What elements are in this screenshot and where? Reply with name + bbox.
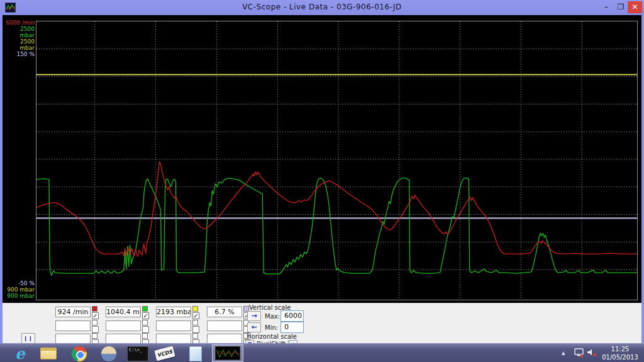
- axis-labels-bottom: -50 % 900 mbar 900 mbar: [4, 280, 35, 299]
- horizontal-scale-title: Horizontal scale: [247, 333, 297, 340]
- axis-label-boost-min: 900 mbar: [4, 293, 35, 299]
- channel-checkbox-row2-col3[interactable]: [192, 326, 199, 333]
- control-panel: ❙❙ 924 /min✓1040.4 mba✓2193 mbar✓6.7 %✓ …: [3, 303, 641, 343]
- taskbar-vcds-icon[interactable]: VCDS: [155, 346, 174, 361]
- scope-traces-svg: [36, 21, 637, 300]
- value-box-row2-col3[interactable]: [156, 320, 191, 331]
- channel-color-swatch-row1-col3: [192, 306, 198, 312]
- pause-button[interactable]: ❙❙: [21, 333, 35, 344]
- vc-scope-window: VC-Scope - Live Data - 03G-906-016-JD – …: [0, 0, 644, 346]
- axis-label-duty-min: -50 %: [4, 280, 35, 286]
- channel-checkbox-row1-col2[interactable]: ✓: [142, 312, 149, 319]
- axis-label-duty-max: 150 %: [4, 51, 35, 57]
- vc-scope-thumbnail: [215, 346, 240, 360]
- channel-color-swatch-row1-col1: [92, 306, 97, 312]
- value-box-row1-col3[interactable]: 2193 mbar: [156, 307, 191, 317]
- value-box-row1-col2[interactable]: 1040.4 mba: [106, 307, 141, 317]
- taskbar: e C:\>_ VCDS ▲ x x 11:25 01/05/2013: [0, 343, 644, 362]
- taskbar-browser-orb-icon[interactable]: [99, 346, 118, 361]
- tray-chevron-up-icon[interactable]: ▲: [562, 351, 565, 356]
- axis-label-rpm-max: 6000 /min: [4, 20, 35, 26]
- window-title: VC-Scope - Live Data - 03G-906-016-JD: [0, 3, 644, 11]
- max-input[interactable]: 6000: [280, 310, 304, 322]
- taskbar-file-explorer-icon[interactable]: [39, 346, 58, 361]
- channel-checkbox-row1-col3[interactable]: ✓: [192, 312, 199, 319]
- channel-checkbox-row2-col2[interactable]: [142, 326, 149, 333]
- tray-date: 01/05/2013: [601, 353, 640, 361]
- axis-label-atmo-min: 900 mbar: [4, 286, 35, 293]
- maximize-button[interactable]: ❐: [614, 1, 628, 13]
- taskbar-notepad-icon[interactable]: [186, 346, 205, 361]
- vcds-icon-text: VCDS: [154, 346, 175, 361]
- scale-max-arrow-button[interactable]: →: [247, 311, 261, 321]
- value-box-row2-col2[interactable]: [106, 320, 141, 331]
- scale-min-arrow-button[interactable]: ←: [247, 322, 261, 332]
- taskbar-command-prompt-icon[interactable]: C:\>_: [126, 346, 149, 361]
- axis-labels-top: 6000 /min 2500 mbar 2500 mbar 150 %: [4, 20, 35, 57]
- close-button[interactable]: ✕: [628, 1, 642, 13]
- minimize-button[interactable]: –: [599, 1, 613, 13]
- channel-checkbox-row2-col1[interactable]: [92, 326, 99, 333]
- tray-volume-muted-icon[interactable]: x: [587, 348, 598, 361]
- max-label: Max:: [265, 313, 280, 320]
- value-box-row1-col1[interactable]: 924 /min: [55, 307, 91, 317]
- scope-client-area: 6000 /min 2500 mbar 2500 mbar 150 % -50 …: [3, 15, 641, 343]
- title-bar: VC-Scope - Live Data - 03G-906-016-JD – …: [0, 0, 644, 15]
- svg-text:x: x: [580, 353, 584, 358]
- axis-label-atmo-max: 2500 mbar: [4, 38, 35, 51]
- channel-color-swatch-row1-col2: [142, 306, 148, 312]
- channel-color-swatch-row3-col1: [92, 333, 97, 339]
- value-box-row1-col4[interactable]: 6.7 %: [207, 307, 242, 317]
- taskbar-vc-scope-active-task[interactable]: [212, 344, 243, 362]
- tray-time: 11:25: [601, 345, 640, 353]
- channel-color-swatch-row2-col3: [192, 320, 198, 325]
- min-label: Min:: [265, 324, 278, 331]
- min-input[interactable]: 0: [280, 322, 304, 333]
- tray-clock[interactable]: 11:25 01/05/2013: [601, 345, 640, 361]
- scope-plot: [36, 21, 638, 300]
- axis-label-boost-max: 2500 mbar: [4, 26, 35, 38]
- channel-color-swatch-row2-col2: [142, 320, 148, 325]
- channel-color-swatch-row3-col3: [192, 333, 198, 339]
- cmd-icon-text: C:\>_: [127, 346, 148, 361]
- channel-color-swatch-row2-col1: [92, 320, 97, 325]
- value-box-row2-col1[interactable]: [55, 320, 91, 331]
- channel-checkbox-row1-col1[interactable]: ✓: [92, 312, 99, 319]
- channel-color-swatch-row3-col2: [142, 333, 148, 339]
- taskbar-chrome-icon[interactable]: [70, 346, 89, 361]
- tray-network-icon[interactable]: x: [574, 348, 585, 361]
- value-box-row2-col4[interactable]: [207, 320, 242, 331]
- taskbar-internet-explorer-icon[interactable]: e: [11, 346, 30, 361]
- svg-text:x: x: [592, 351, 596, 358]
